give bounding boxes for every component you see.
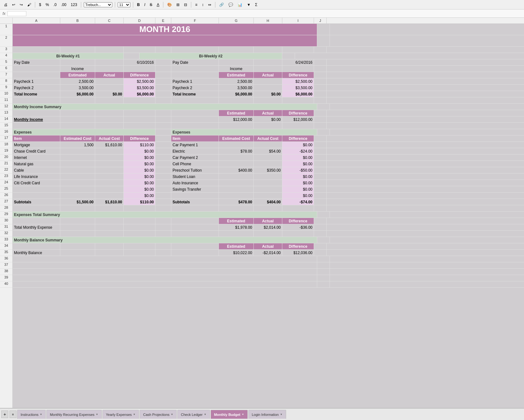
chart-btn[interactable]: 📊 [236,2,244,8]
cell-21-F[interactable] [155,161,171,167]
cell-30-B[interactable] [13,218,60,224]
pc1-bw1-label[interactable]: Paycheck 1 [13,78,60,84]
cell-25-K[interactable] [314,186,327,192]
exp1-r26-item[interactable] [13,193,60,199]
cell-11-E[interactable] [124,97,155,103]
total-inc-bw1-act[interactable]: $0.00 [95,91,124,97]
cell-16-K[interactable] [317,129,330,135]
sum-btn[interactable]: Σ [254,2,259,8]
exp1-r19-diff[interactable]: $0.00 [124,148,155,154]
cell-19-F[interactable] [155,148,171,154]
cell-28-I[interactable] [254,205,282,211]
cell-37[interactable] [13,262,317,268]
cell-24-K[interactable] [314,180,327,186]
cell-3-F[interactable] [155,47,171,53]
cell-18-K[interactable] [314,142,327,148]
exp2-r22-diff[interactable]: -$50.00 [282,167,314,173]
cell-35-F[interactable] [155,250,171,256]
cell-34-C[interactable] [60,243,95,249]
cell-10-F[interactable] [155,91,171,97]
cell-13-C[interactable] [60,110,95,116]
comment-btn[interactable]: 💬 [227,2,234,8]
pc1-bw2-label[interactable]: Paycheck 1 [171,78,219,84]
underline-btn[interactable]: A [155,2,160,8]
pc1-bw2-act[interactable] [254,78,282,84]
cell-22-F[interactable] [155,167,171,173]
cell-7-F[interactable] [155,72,171,78]
cell-3-D[interactable] [95,47,124,53]
exp1-r18-item[interactable]: Mortgage [13,142,60,148]
pc1-bw1-act[interactable] [95,78,124,84]
monthly-income-est[interactable]: $12,000.00 [219,116,254,122]
tab-cash-projections[interactable]: Cash Projections ▼ [140,410,177,419]
exp1-r23-diff[interactable]: $0.00 [124,174,155,180]
total-inc-bw2-act[interactable]: $0.00 [254,91,282,97]
cell-31-C[interactable] [60,224,95,230]
total-exp-label[interactable]: Total Monthly Expense [13,224,60,230]
exp1-r23-est[interactable] [60,174,95,180]
pc2-bw2-est[interactable]: 3,500.00 [219,85,254,91]
cell-15-H[interactable] [219,123,254,129]
cell-3-B[interactable] [13,47,60,53]
exp1-r22-est[interactable] [60,167,95,173]
cell-5-F[interactable] [155,59,171,65]
cell-25-F[interactable] [155,186,171,192]
cell-5-C[interactable] [60,59,95,65]
tab-check-ledger[interactable]: Check Ledger ▼ [177,410,210,419]
cell-34-G[interactable] [171,243,219,249]
cell-15-J[interactable] [282,123,314,129]
cell-27-K[interactable] [314,199,327,205]
exp2-r26-diff[interactable]: $0.00 [282,193,314,199]
exp2-r20-act[interactable] [254,154,282,161]
cell-11-I[interactable] [254,97,282,103]
exp2-r25-act[interactable] [254,186,282,192]
exp2-r24-diff[interactable]: $0.00 [282,180,314,186]
cell-34-D[interactable] [95,243,124,249]
pc2-bw2-diff[interactable]: $3,500.00 [282,85,314,91]
cell-9-K[interactable] [314,85,327,91]
col-header-B[interactable]: B [60,18,95,23]
col-header-H[interactable]: H [254,18,282,23]
cell-7-K[interactable] [314,72,327,78]
cell-23-K[interactable] [314,174,327,180]
cell-30-K[interactable] [314,218,327,224]
align-mid-btn[interactable]: ↕ [200,2,205,8]
pc1-bw1-diff[interactable]: $2,500.00 [124,78,155,84]
tab-instructions[interactable]: Instructions ▼ [17,410,46,419]
sub1-label[interactable]: Subtotals [13,199,60,205]
exp2-r23-act[interactable] [254,174,282,180]
total-inc-bw1-est[interactable]: $6,000.00 [60,91,95,97]
cell-29-K[interactable] [317,212,330,218]
cell-13-E[interactable] [124,110,155,116]
pc2-bw2-label[interactable]: Paycheck 2 [171,85,219,91]
cell-14-F[interactable] [155,116,171,122]
cell-32-E[interactable] [124,231,155,237]
cell-37-K[interactable] [317,262,330,268]
exp2-r20-est[interactable] [219,154,254,161]
cell-13-K[interactable] [314,110,327,116]
cell-28-E[interactable] [124,205,155,211]
cell-30-D[interactable] [95,218,124,224]
cell-38-K[interactable] [317,269,330,275]
cell-11-J[interactable] [282,97,314,103]
cell-17-K[interactable] [314,135,327,141]
cell-1-K[interactable] [317,24,330,35]
percent-btn[interactable]: % [44,2,50,8]
sheet-list-btn[interactable]: ≡ [10,410,16,418]
redo-btn[interactable]: ↪ [18,2,24,8]
pc2-bw1-act[interactable] [95,85,124,91]
cell-39-K[interactable] [317,275,330,281]
cell-22-K[interactable] [314,167,327,173]
cell-6-F[interactable] [155,66,171,72]
cell-28-B[interactable] [13,205,60,211]
cell-15-K[interactable] [314,123,327,129]
cell-13-G[interactable] [171,110,219,116]
cell-28-F[interactable] [155,205,171,211]
cell-7-B[interactable] [13,72,60,78]
pc2-bw1-est[interactable]: 3,500.00 [60,85,95,91]
bold-btn[interactable]: B [136,2,141,8]
exp2-r19-item[interactable]: Electric [171,148,219,154]
cell-31-D[interactable] [95,224,124,230]
cell-28-K[interactable] [314,205,327,211]
col-header-A[interactable]: A [13,18,60,23]
